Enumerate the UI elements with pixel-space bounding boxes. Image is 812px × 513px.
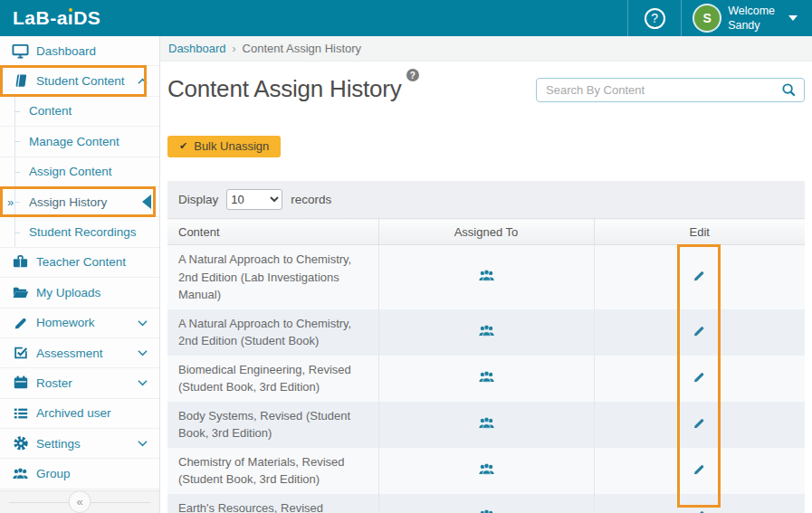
- table-row: A Natural Approach to Chemistry, 2nd Edi…: [167, 309, 805, 356]
- chevron-up-icon: [138, 78, 148, 85]
- sidebar-item-student-content[interactable]: Student Content: [0, 66, 159, 96]
- sidebar-item-archived-user[interactable]: Archived user: [0, 399, 159, 429]
- assigned-users-icon[interactable]: [478, 267, 495, 284]
- assign-history-table-section: Display 10 records Content Assigned To: [167, 181, 805, 513]
- book-icon: [12, 72, 29, 90]
- content-cell: Biomedical Engineering, Revised (Student…: [167, 356, 378, 402]
- sidebar-item-label: Dashboard: [36, 44, 96, 58]
- page-help-icon[interactable]: ?: [406, 69, 419, 81]
- chevron-down-icon: [138, 319, 148, 327]
- records-label: records: [291, 193, 331, 206]
- column-header-edit: Edit: [594, 219, 805, 245]
- sidebar-item-group[interactable]: Group: [0, 459, 159, 489]
- check-icon: ✔: [179, 140, 187, 152]
- assigned-users-icon[interactable]: [478, 461, 495, 478]
- sidebar-item-assessment[interactable]: Assessment: [0, 338, 159, 368]
- sidebar-item-label: Archived user: [36, 406, 111, 420]
- assigned-users-icon[interactable]: [478, 414, 495, 432]
- sidebar-item-label: Assign Content: [29, 165, 112, 178]
- sidebar-item-label: Homework: [36, 316, 95, 329]
- search-input[interactable]: [536, 78, 805, 102]
- avatar: S: [694, 5, 720, 31]
- sidebar-item-label: Settings: [36, 437, 81, 451]
- sidebar-item-assign-history[interactable]: » Assign History: [0, 187, 159, 217]
- breadcrumb-current: Content Assign History: [243, 42, 362, 55]
- column-header-assigned-to: Assigned To: [378, 219, 594, 245]
- active-arrow-icon: [142, 195, 151, 209]
- edit-pencil-icon[interactable]: [693, 416, 706, 430]
- content-cell: A Natural Approach to Chemistry, 2nd Edi…: [167, 245, 378, 309]
- welcome-text: Welcome Sandy: [728, 4, 775, 33]
- sidebar: Dashboard Student Content Content Manage…: [0, 36, 160, 513]
- logo-text: DS: [73, 7, 100, 29]
- content-cell: A Natural Approach to Chemistry, 2nd Edi…: [167, 309, 378, 356]
- sidebar-item-label: Group: [36, 467, 71, 480]
- topbar-right: ? S Welcome Sandy: [627, 0, 812, 36]
- edit-pencil-icon[interactable]: [693, 324, 706, 337]
- display-label: Display: [178, 193, 218, 206]
- sidebar-item-label: Assign History: [29, 195, 107, 209]
- briefcase-icon: [12, 253, 29, 271]
- sidebar-item-homework[interactable]: Homework: [0, 309, 159, 338]
- help-icon: ?: [645, 8, 665, 29]
- sidebar-item-label: Teacher Content: [36, 255, 126, 269]
- chevron-down-icon: [138, 440, 148, 447]
- top-bar: LaB-aıDS ? S Welcome Sandy: [0, 0, 812, 36]
- pencil-icon: [12, 314, 29, 331]
- users-icon: [12, 465, 29, 482]
- logo-text: LaB-a: [13, 7, 68, 29]
- sidebar-footer: «: [0, 490, 159, 513]
- breadcrumb-dashboard-link[interactable]: Dashboard: [168, 42, 226, 55]
- sidebar-item-my-uploads[interactable]: My Uploads: [0, 278, 159, 308]
- bulk-unassign-button[interactable]: ✔ Bulk Unassign: [167, 136, 281, 157]
- table-row: Earth's Resources, Revised (Student Book…: [167, 494, 805, 513]
- sidebar-item-dashboard[interactable]: Dashboard: [0, 36, 159, 66]
- content-cell: Chemistry of Materials, Revised (Student…: [167, 448, 378, 494]
- sidebar-item-label: My Uploads: [36, 286, 100, 299]
- sidebar-item-label: Student Recordings: [29, 225, 137, 239]
- edit-pencil-icon[interactable]: [693, 462, 706, 476]
- breadcrumb: Dashboard › Content Assign History: [160, 36, 812, 62]
- column-header-content: Content: [167, 219, 378, 245]
- sidebar-item-settings[interactable]: Settings: [0, 429, 159, 459]
- sidebar-item-label: Roster: [36, 376, 72, 390]
- sidebar-item-label: Content: [29, 104, 72, 118]
- sidebar-item-label: Student Content: [36, 74, 125, 88]
- assigned-users-icon[interactable]: [478, 322, 495, 339]
- page-size-select[interactable]: 10: [226, 189, 282, 210]
- search-box: [536, 78, 805, 102]
- calendar-icon: [12, 375, 29, 392]
- labaids-logo: LaB-aıDS: [0, 7, 100, 29]
- edit-pencil-icon[interactable]: [693, 269, 706, 282]
- edit-pencil-icon[interactable]: [693, 370, 706, 384]
- sidebar-item-roster[interactable]: Roster: [0, 368, 159, 398]
- records-bar: Display 10 records: [167, 181, 805, 218]
- sidebar-item-teacher-content[interactable]: Teacher Content: [0, 248, 159, 278]
- active-item-marker: »: [6, 195, 14, 210]
- search-icon[interactable]: [781, 82, 797, 98]
- chevron-down-icon: [138, 379, 148, 386]
- user-menu[interactable]: S Welcome Sandy: [682, 0, 812, 36]
- assigned-users-icon[interactable]: [478, 507, 495, 513]
- chevron-down-icon: [788, 15, 798, 21]
- table-row: Biomedical Engineering, Revised (Student…: [167, 356, 805, 402]
- gear-icon: [12, 435, 29, 452]
- sidebar-item-manage-content[interactable]: Manage Content: [0, 127, 159, 157]
- table-row: Body Systems, Revised (Student Book, 3rd…: [167, 402, 805, 448]
- app-screen: LaB-aıDS ? S Welcome Sandy: [0, 0, 812, 513]
- content-cell: Earth's Resources, Revised (Student Book…: [167, 494, 378, 513]
- table-row: Chemistry of Materials, Revised (Student…: [167, 448, 805, 494]
- logo-i-dot: ı: [68, 7, 73, 29]
- monitor-icon: [12, 43, 29, 60]
- sidebar-item-label: Assessment: [36, 347, 103, 360]
- edit-pencil-icon[interactable]: [693, 508, 706, 513]
- folder-icon: [12, 284, 29, 301]
- sidebar-item-student-recordings[interactable]: Student Recordings: [0, 217, 159, 247]
- assigned-users-icon[interactable]: [478, 368, 495, 385]
- sidebar-item-content[interactable]: Content: [0, 97, 159, 127]
- check-square-icon: [12, 345, 29, 362]
- chevron-down-icon: [138, 349, 148, 356]
- sidebar-collapse-button[interactable]: «: [69, 490, 91, 513]
- sidebar-item-assign-content[interactable]: Assign Content: [0, 157, 159, 187]
- help-button[interactable]: ?: [628, 0, 681, 36]
